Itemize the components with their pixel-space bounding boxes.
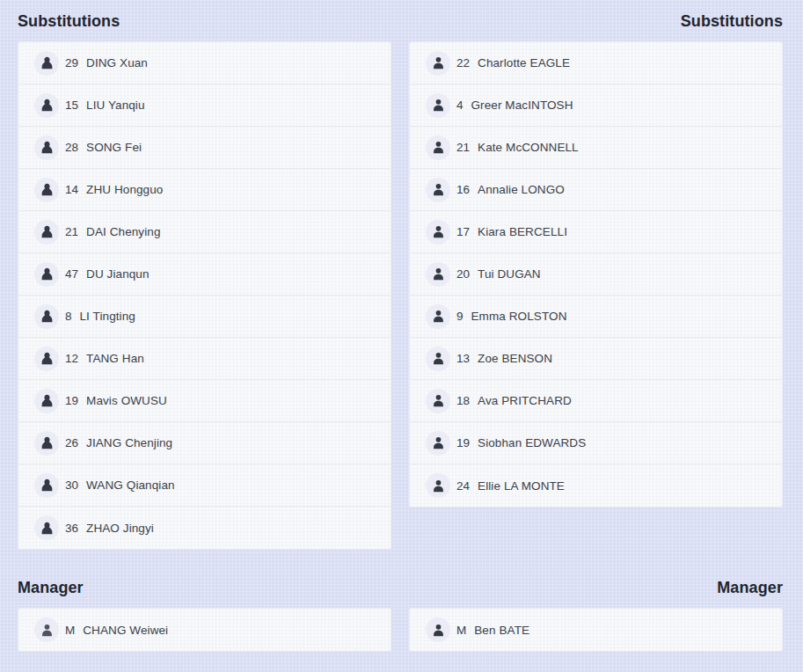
player-row[interactable]: 36 ZHAO Jingyi [18,507,391,549]
player-number: 24 [456,479,470,493]
player-row[interactable]: 18 Ava PRITCHARD [410,380,782,422]
person-bust-icon [34,51,59,76]
player-row[interactable]: 30 WANG Qianqian [18,464,391,507]
player-number: 22 [456,56,470,69]
player-row[interactable]: 13 Zoe BENSON [410,338,782,380]
player-name: Greer MacINTOSH [471,99,573,112]
player-row[interactable]: 15 LIU Yanqiu [18,84,391,127]
person-icon [426,347,450,371]
player-number: 28 [65,141,78,154]
player-name: Ellie LA MONTE [478,479,565,493]
substitutions-list-away: 22 Charlotte EAGLE 4 Greer MacINTOSH 21 … [409,41,783,508]
player-row[interactable]: 26 JIANG Chenjing [18,422,391,464]
player-number: 14 [65,183,78,196]
person-bust-icon [34,178,59,202]
player-number: 20 [456,267,470,281]
person-bust-icon [34,220,59,245]
player-row[interactable]: 19 Siobhan EDWARDS [410,422,782,464]
person-bust-icon [34,431,59,456]
player-name: DU Jianqun [86,267,150,281]
manager-row[interactable]: M Ben BATE [410,609,782,651]
player-row[interactable]: 14 ZHU Hongguo [18,169,391,211]
player-number: 13 [456,352,470,365]
player-number: 17 [456,225,470,238]
substitutions-title-home: Substitutions [18,0,391,31]
person-icon [426,262,450,287]
player-name: Kate McCONNELL [478,141,579,154]
player-number: 19 [456,436,470,449]
player-number: 26 [65,436,78,449]
substitutions-row: Substitutions 29 DING Xuan 15 LIU Yanqiu… [0,0,803,550]
player-name: TANG Han [86,352,144,365]
player-row[interactable]: 47 DU Jianqun [18,253,391,296]
person-bust-icon [34,515,59,540]
person-bust-icon [34,93,59,118]
player-row[interactable]: 20 Tui DUGAN [410,253,782,296]
substitutions-list-home: 29 DING Xuan 15 LIU Yanqiu 28 SONG Fei 1… [18,41,391,550]
person-icon [426,389,450,413]
player-name: JIANG Chenjing [86,436,172,449]
person-bust-icon [34,135,59,160]
person-bust-icon [34,473,59,498]
person-icon [34,617,59,642]
player-number: 8 [65,310,72,323]
player-number: M [456,624,466,637]
manager-row[interactable]: M CHANG Weiwei [18,609,391,651]
player-number: 15 [65,99,78,112]
player-name: SONG Fei [86,141,142,154]
player-number: 19 [65,394,78,407]
player-row[interactable]: 21 Kate McCONNELL [410,127,782,169]
manager-title-away: Manager [409,550,783,597]
player-name: CHANG Weiwei [83,624,168,637]
manager-row-section: Manager M CHANG Weiwei Manager M Ben BAT… [0,550,803,652]
player-name: Ben BATE [474,624,529,637]
person-bust-icon [34,304,59,329]
person-icon [426,135,450,160]
player-name: Charlotte EAGLE [478,56,570,69]
player-number: M [65,624,75,637]
player-row[interactable]: 19 Mavis OWUSU [18,380,391,422]
person-bust-icon [34,262,59,287]
substitutions-section-away: Substitutions 22 Charlotte EAGLE 4 Greer… [409,0,783,550]
player-row[interactable]: 9 Emma ROLSTON [410,296,782,338]
player-row[interactable]: 29 DING Xuan [18,42,391,84]
player-row[interactable]: 17 Kiara BERCELLI [410,211,782,253]
player-name: LIU Yanqiu [86,99,145,112]
player-name: ZHAO Jingyi [86,522,154,535]
player-number: 36 [65,522,78,535]
person-icon [426,51,450,76]
player-number: 29 [65,56,78,69]
player-row[interactable]: 4 Greer MacINTOSH [410,84,782,127]
player-row[interactable]: 8 LI Tingting [18,296,391,338]
player-number: 12 [65,352,78,365]
manager-section-home: Manager M CHANG Weiwei [18,550,391,652]
player-name: Zoe BENSON [478,352,552,365]
player-number: 16 [456,183,470,196]
manager-list-home: M CHANG Weiwei [18,608,391,652]
player-number: 18 [456,394,470,407]
player-name: WANG Qianqian [86,478,175,492]
person-icon [426,304,450,329]
player-name: DING Xuan [86,56,148,69]
substitutions-title-away: Substitutions [409,0,783,31]
player-name: Kiara BERCELLI [478,225,567,238]
player-row[interactable]: 12 TANG Han [18,338,391,380]
person-icon [426,431,450,456]
person-icon [426,220,450,245]
player-name: Emma ROLSTON [471,310,567,323]
player-row[interactable]: 22 Charlotte EAGLE [410,42,782,84]
player-number: 4 [456,99,464,112]
player-row[interactable]: 28 SONG Fei [18,127,391,169]
player-row[interactable]: 24 Ellie LA MONTE [410,464,782,507]
person-icon [426,178,450,202]
player-name: DAI Chenying [86,225,161,238]
player-name: Annalie LONGO [478,183,565,196]
person-icon [426,617,450,642]
player-row[interactable]: 21 DAI Chenying [18,211,391,253]
player-number: 21 [65,225,78,238]
player-number: 9 [456,310,464,323]
player-number: 21 [456,141,470,154]
player-number: 47 [65,267,78,281]
player-row[interactable]: 16 Annalie LONGO [410,169,782,211]
substitutions-section-home: Substitutions 29 DING Xuan 15 LIU Yanqiu… [18,0,391,550]
